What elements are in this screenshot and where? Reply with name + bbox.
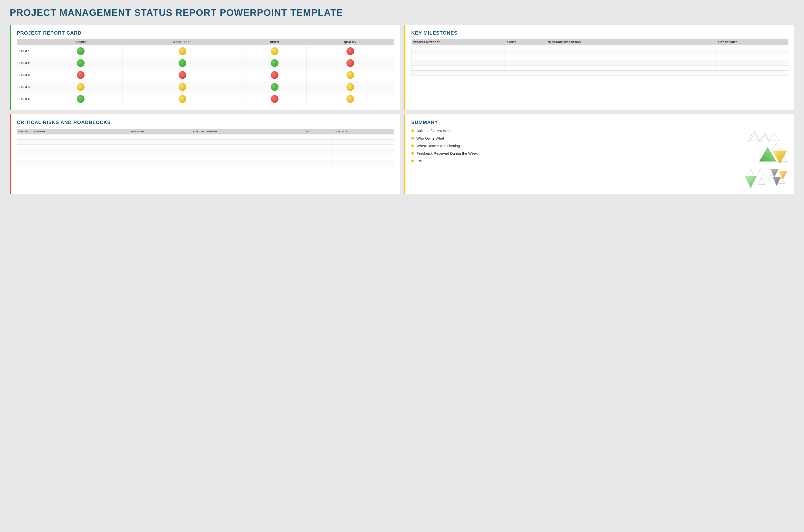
risk-fix-3 — [304, 150, 333, 155]
col-header-risks: RISKS — [242, 39, 307, 45]
milestone-category-5 — [411, 71, 505, 76]
milestone-col-2: MILESTONE DESCRIPTION — [546, 39, 715, 45]
bullet-dot-0 — [411, 129, 414, 132]
milestones-title: KEY MILESTONES — [411, 30, 788, 36]
risk-category-5 — [17, 160, 129, 165]
report-row-label-1: ITEM 2 — [17, 57, 39, 69]
risk-desc-0 — [191, 134, 304, 139]
bullet-item-0: Bullets of Great Work — [411, 129, 723, 133]
risk-category-0 — [17, 134, 129, 139]
report-cell-resources-4 — [123, 93, 242, 105]
dot-resources-2 — [179, 71, 186, 79]
report-row-label-0: ITEM 1 — [17, 45, 39, 57]
bullet-text-2: Where Teams Are Pivoting — [416, 144, 460, 148]
milestone-owner-4 — [505, 65, 546, 71]
milestone-owner-1 — [505, 50, 546, 55]
report-cell-resources-1 — [123, 57, 242, 69]
risk-fix-4 — [304, 155, 333, 160]
report-cell-resources-3 — [123, 81, 242, 93]
summary-panel: SUMMARY Bullets of Great WorkWho Owns Wh… — [404, 114, 794, 194]
svg-marker-1 — [760, 133, 770, 142]
report-cell-risks-3 — [242, 81, 307, 93]
svg-marker-13 — [747, 169, 754, 176]
risk-due-5 — [333, 160, 394, 165]
milestone-date-0 — [715, 45, 788, 50]
risk-desc-2 — [191, 145, 304, 150]
milestone-owner-3 — [505, 60, 546, 65]
report-card-table: BUDGET RESOURCES RISKS QUALITY ITEM 1 IT… — [17, 39, 394, 105]
bullet-text-0: Bullets of Great Work — [416, 129, 451, 133]
report-cell-budget-3 — [39, 81, 123, 93]
report-row-label-3: ITEM 4 — [17, 81, 39, 93]
milestone-desc-5 — [546, 71, 715, 76]
dot-resources-4 — [179, 95, 186, 103]
milestone-owner-0 — [505, 45, 546, 50]
risk-manager-3 — [129, 150, 191, 155]
risk-manager-1 — [129, 139, 191, 145]
summary-title: SUMMARY — [411, 120, 788, 125]
col-header-empty — [17, 39, 39, 45]
risk-manager-6 — [129, 165, 191, 170]
report-cell-quality-2 — [307, 69, 394, 81]
risk-due-4 — [333, 155, 394, 160]
svg-marker-14 — [757, 169, 764, 176]
dot-budget-0 — [77, 47, 85, 55]
dot-resources-3 — [179, 83, 186, 91]
milestone-owner-5 — [505, 71, 546, 76]
report-cell-budget-1 — [39, 57, 123, 69]
risk-due-6 — [333, 165, 394, 170]
dot-risks-4 — [271, 95, 279, 103]
col-header-quality: QUALITY — [307, 39, 394, 45]
svg-marker-2 — [769, 132, 779, 141]
svg-marker-3 — [759, 133, 769, 142]
dot-budget-4 — [77, 95, 85, 103]
report-cell-budget-4 — [39, 93, 123, 105]
report-cell-resources-2 — [123, 69, 242, 81]
col-header-resources: RESOURCES — [123, 39, 242, 45]
page-title: PROJECT MANAGEMENT STATUS REPORT POWERPO… — [10, 7, 794, 18]
risk-fix-6 — [304, 165, 333, 170]
milestone-col-3: DATE REACHED — [715, 39, 788, 45]
svg-marker-9 — [759, 147, 776, 162]
bullet-text-4: Etc. — [416, 159, 423, 163]
bullet-dot-2 — [411, 145, 414, 147]
milestone-date-2 — [715, 55, 788, 60]
report-cell-quality-0 — [307, 45, 394, 57]
report-card-panel: PROJECT REPORT CARD BUDGET RESOURCES RIS… — [10, 25, 400, 110]
bullet-dot-3 — [411, 152, 414, 155]
dot-quality-4 — [347, 95, 354, 103]
bullet-item-2: Where Teams Are Pivoting — [411, 144, 723, 148]
svg-marker-15 — [758, 177, 765, 185]
bullet-text-1: Who Owns What — [416, 136, 444, 140]
risk-fix-0 — [304, 134, 333, 139]
milestone-desc-0 — [546, 45, 715, 50]
risk-fix-5 — [304, 160, 333, 165]
risk-desc-1 — [191, 139, 304, 145]
risk-desc-4 — [191, 155, 304, 160]
risk-manager-5 — [129, 160, 191, 165]
risk-due-3 — [333, 150, 394, 155]
report-cell-resources-0 — [123, 45, 242, 57]
dot-budget-1 — [77, 59, 85, 67]
dot-budget-2 — [77, 71, 85, 79]
report-card-title: PROJECT REPORT CARD — [17, 30, 394, 36]
risks-table: PROJECT CATEGORYMANAGERRISK DESCRIPTIONF… — [17, 129, 394, 170]
risk-desc-5 — [191, 160, 304, 165]
bullet-dot-4 — [411, 159, 414, 162]
milestone-date-1 — [715, 50, 788, 55]
milestone-date-5 — [715, 71, 788, 76]
risk-manager-0 — [129, 134, 191, 139]
risks-col-0: PROJECT CATEGORY — [17, 129, 129, 134]
risk-category-4 — [17, 155, 129, 160]
milestone-desc-4 — [546, 65, 715, 71]
milestone-desc-3 — [546, 60, 715, 65]
dot-risks-0 — [271, 47, 279, 55]
bullet-dot-1 — [411, 137, 414, 139]
risk-category-1 — [17, 139, 129, 145]
risk-desc-3 — [191, 150, 304, 155]
risk-category-2 — [17, 145, 129, 150]
summary-bullets: Bullets of Great WorkWho Owns WhatWhere … — [411, 129, 725, 166]
milestone-category-1 — [411, 50, 505, 55]
milestone-category-2 — [411, 55, 505, 60]
dot-quality-2 — [347, 71, 354, 79]
